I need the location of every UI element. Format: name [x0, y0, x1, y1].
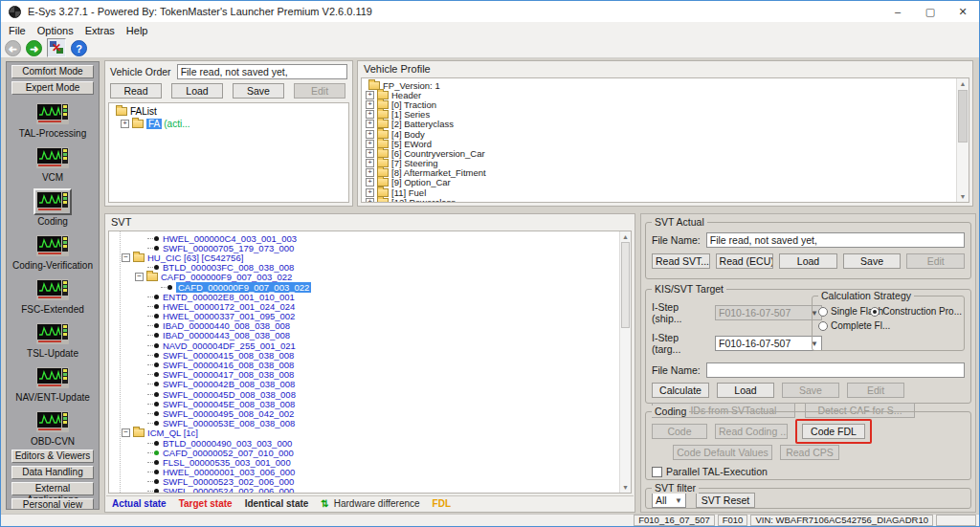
expand-plus-icon[interactable]: + [366, 198, 374, 203]
tree-row[interactable]: SWFL_00000523_002_006_000 [109, 477, 631, 487]
svt-actual-filename-input[interactable] [706, 232, 965, 248]
expand-plus-icon[interactable]: + [121, 120, 129, 128]
code-fdl-button[interactable]: Code FDL [802, 424, 865, 439]
tree-row[interactable]: SWFL_0000045D_008_038_008 [109, 389, 631, 399]
svt-filter-combo[interactable]: All ▼ [652, 493, 686, 508]
vo-save-button[interactable]: Save [233, 83, 284, 99]
tree-row[interactable]: SWFL_00000416_008_038_008 [109, 360, 631, 369]
read-svt-button[interactable]: Read SVT... [652, 253, 710, 269]
close-button[interactable]: ✕ [947, 1, 979, 22]
expert-mode-button[interactable]: Expert Mode [11, 81, 94, 95]
data-handling-button[interactable]: Data Handling [11, 466, 94, 479]
tree-row[interactable]: CAFD_000000F9_007_003_022 [109, 282, 631, 292]
tree-row[interactable]: SWFL_0000042B_008_038_008 [109, 380, 631, 389]
tree-row[interactable]: HWEL_00000172_001_024_024 [109, 301, 631, 311]
maximize-button[interactable]: ▢ [914, 1, 947, 22]
complete-flash-radio[interactable] [818, 321, 828, 331]
vo-load-button[interactable]: Load [171, 83, 223, 99]
forward-icon[interactable]: ➜ [26, 40, 42, 56]
sidebar-item-coding[interactable]: Coding [33, 188, 72, 227]
tree-row[interactable]: SWFL_0000053E_008_038_008 [109, 419, 631, 428]
sidebar-item-nav-ent-update[interactable]: NAV/ENT-Update [15, 364, 90, 403]
tree-row[interactable]: +[2] Batteryclass [366, 120, 969, 129]
expand-plus-icon[interactable]: + [366, 140, 374, 148]
target-filename-input[interactable] [706, 362, 965, 378]
vehicle-order-filename-input[interactable] [177, 64, 347, 79]
tree-row[interactable]: +[0] Traction [366, 99, 969, 109]
personal-view-button[interactable]: Personal view [11, 498, 94, 510]
expand-plus-icon[interactable]: + [366, 188, 374, 197]
tree-row[interactable]: +[4] Body [366, 129, 969, 139]
tree-row[interactable]: +[6] Countryversion_Car [366, 148, 969, 158]
expand-plus-icon[interactable]: + [366, 120, 374, 128]
tree-row[interactable]: +[8] Aftermarket_Fitment [366, 168, 969, 178]
tree-row[interactable]: FLSL_00000535_003_001_000 [109, 457, 631, 467]
calculate-button[interactable]: Calculate [652, 383, 709, 398]
tree-row[interactable]: FP_Version: 1 [366, 80, 969, 90]
vertical-scrollbar[interactable]: ▲ ▼ [619, 231, 631, 493]
tree-row[interactable]: −ICM_QL [1c] [109, 428, 631, 438]
expand-plus-icon[interactable]: + [366, 130, 374, 139]
vo-read-button[interactable]: Read [110, 83, 162, 99]
tree-row[interactable]: SWFL_00000524_002_006_000 [109, 487, 631, 494]
sidebar-item-vcm[interactable]: VCM [33, 144, 72, 183]
tree-row[interactable]: ENTD_000002E8_001_010_001 [109, 292, 631, 301]
tree-row[interactable]: −HU_CIC [63] [C542756] [109, 253, 631, 262]
tree-row[interactable]: SWFL_00000495_008_042_002 [109, 408, 631, 418]
expand-plus-icon[interactable]: + [366, 178, 374, 187]
tree-row[interactable]: FAList [113, 105, 348, 118]
tree-row[interactable]: IBAD_00000440_008_038_008 [109, 321, 631, 331]
tree-row[interactable]: SWFL_00000705_179_073_000 [109, 243, 631, 253]
expand-plus-icon[interactable]: + [366, 91, 374, 99]
minimize-button[interactable]: – [881, 1, 914, 22]
svt-load-button[interactable]: Load [779, 253, 837, 269]
collapse-minus-icon[interactable]: − [122, 253, 130, 262]
scrollbar-thumb[interactable] [621, 242, 630, 328]
tree-row[interactable]: +[12] Powerclass [366, 197, 969, 203]
expand-plus-icon[interactable]: + [366, 159, 374, 167]
tree-row[interactable]: NAVD_000004DF_255_001_021 [109, 340, 631, 350]
expand-plus-icon[interactable]: + [366, 149, 374, 158]
scroll-down-icon[interactable]: ▼ [957, 192, 969, 201]
tree-row[interactable]: +[7] Steering [366, 159, 969, 168]
sidebar-item-fsc-extended[interactable]: FSC-Extended [21, 276, 84, 315]
tree-row[interactable]: −CAFD_000000F9_007_003_022 [109, 273, 631, 282]
tree-row[interactable]: HWEL_00000337_001_095_002 [109, 312, 631, 321]
tree-row[interactable]: IBAD_00000443_008_038_008 [109, 331, 631, 340]
istep-target-combo[interactable]: F010-16-07-507 ▼ [715, 336, 822, 351]
collapse-minus-icon[interactable]: − [135, 273, 144, 281]
tree-row[interactable]: HWEL_00000001_003_006_000 [109, 468, 631, 477]
tree-row[interactable]: +[9] Option_Car [366, 178, 969, 187]
expand-plus-icon[interactable]: + [366, 110, 374, 119]
collapse-minus-icon[interactable]: − [122, 428, 130, 437]
tree-row[interactable]: +[1] Series [366, 110, 969, 120]
scrollbar-thumb[interactable] [958, 90, 968, 143]
tree-row[interactable]: SWFL_00000417_008_038_008 [109, 370, 631, 380]
menu-options[interactable]: Options [32, 25, 79, 36]
tree-row[interactable]: SWFL_00000415_008_038_008 [109, 350, 631, 360]
tree-row[interactable]: +[5] EWord [366, 139, 969, 148]
target-load-button[interactable]: Load [717, 383, 774, 398]
expand-plus-icon[interactable]: + [366, 100, 374, 109]
help-icon[interactable]: ? [71, 40, 87, 56]
tree-row[interactable]: CAFD_00000052_007_010_000 [109, 448, 631, 457]
sidebar-item-obd-cvn[interactable]: OBD-CVN [31, 408, 75, 447]
tree-row[interactable]: HWEL_000000C4_003_001_003 [109, 233, 631, 243]
tree-row[interactable]: SWFL_0000045E_008_038_008 [109, 399, 631, 408]
sidebar-item-tal-processing[interactable]: TAL-Processing [19, 100, 86, 139]
comfort-mode-button[interactable]: Comfort Mode [11, 65, 94, 78]
tree-row[interactable]: + FA (acti... [113, 118, 348, 130]
menu-extras[interactable]: Extras [79, 25, 121, 36]
menu-file[interactable]: File [3, 25, 32, 36]
tree-row[interactable]: +[11] Fuel [366, 187, 969, 197]
tree-row[interactable]: +Header [366, 90, 969, 99]
svt-save-button[interactable]: Save [843, 253, 902, 269]
scroll-down-icon[interactable]: ▼ [620, 483, 631, 492]
construction-pro-radio[interactable] [870, 307, 880, 317]
scroll-up-icon[interactable]: ▲ [620, 232, 631, 241]
tree-row[interactable]: BTLD_00000490_003_003_000 [109, 438, 631, 448]
tree-row[interactable]: BTLD_000003FC_008_038_008 [109, 263, 631, 273]
expand-plus-icon[interactable]: + [366, 168, 374, 177]
external-applications-button[interactable]: External Applications [11, 482, 94, 495]
read-ecu-button[interactable]: Read (ECU) [716, 253, 774, 269]
